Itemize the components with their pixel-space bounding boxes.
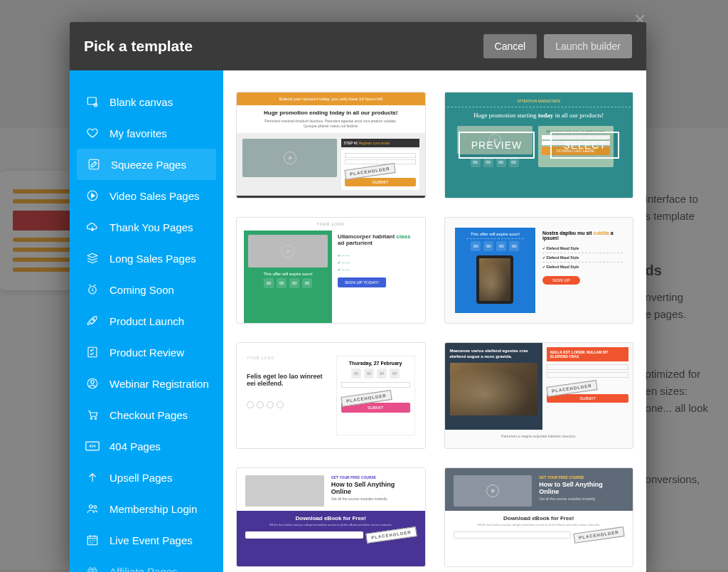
calendar-icon (85, 533, 100, 547)
template-card[interactable]: This offer will expire soon! 00000000 No… (444, 217, 634, 324)
header-buttons: Cancel Launch builder (483, 34, 632, 58)
canvas-icon (85, 95, 100, 109)
sidebar-item-label: 404 Pages (109, 440, 161, 452)
svg-point-14 (94, 506, 97, 509)
template-card[interactable]: Maecenas varius eleifend egestas cras el… (444, 342, 634, 449)
heart-icon (85, 126, 100, 140)
template-picker-modal: Pick a template Cancel Launch builder Bl… (70, 22, 646, 572)
svg-rect-2 (89, 159, 99, 169)
preview-button[interactable]: PREVIEW (459, 132, 535, 159)
svg-point-13 (90, 505, 93, 509)
template-card[interactable]: YOUR LOGO Felis eget leo lao winreet eei… (236, 342, 426, 449)
sidebar-item-long-sales[interactable]: Long Sales Pages (70, 243, 223, 274)
gift-icon (85, 564, 100, 572)
rocket-icon (85, 314, 100, 328)
sidebar-item-video-sales[interactable]: Video Sales Pages (70, 180, 223, 211)
svg-point-9 (90, 418, 92, 419)
sidebar-item-label: Coming Soon (109, 284, 174, 296)
sidebar-item-label: My favorites (109, 127, 167, 139)
sidebar-item-thank-you[interactable]: Thank You Pages (70, 211, 223, 243)
svg-point-5 (92, 319, 94, 320)
sidebar-item-live-event[interactable]: Live Event Pages (70, 524, 223, 556)
cloud-icon (85, 220, 100, 234)
template-card[interactable]: YOUR LOGO This offer will expire soon! 0… (236, 217, 426, 324)
template-card-hovered[interactable]: ATTENTION MARKETERS Huge promotion start… (444, 92, 634, 198)
sidebar-item-checkout[interactable]: Checkout Pages (70, 399, 223, 430)
sidebar-item-affiliate[interactable]: Affiliate Pages (70, 556, 223, 572)
arrow-up-icon (85, 470, 100, 484)
users-icon (85, 502, 100, 516)
sidebar-item-label: Upsell Pages (109, 472, 172, 484)
template-hover-overlay: PREVIEW SELECT (445, 92, 633, 198)
person-icon (85, 376, 100, 391)
template-card[interactable]: GET YOUR FREE COURSE How to Sell Anythin… (236, 467, 426, 567)
sidebar-item-squeeze-pages[interactable]: Squeeze Pages (77, 149, 216, 180)
modal-title: Pick a template (84, 38, 193, 55)
sidebar-item-label: Long Sales Pages (109, 253, 196, 265)
sidebar-item-product-launch[interactable]: Product Launch (70, 305, 223, 337)
checklist-icon (85, 345, 100, 359)
select-button[interactable]: SELECT (550, 132, 619, 159)
sidebar-item-label: Webinar Registration (109, 378, 209, 390)
edit-icon (87, 157, 101, 171)
play-icon (85, 189, 100, 203)
template-card[interactable]: Extend your account today, you only have… (236, 92, 426, 198)
modal-header: Pick a template Cancel Launch builder (70, 22, 646, 70)
sidebar-item-label: Thank You Pages (109, 221, 193, 233)
category-sidebar: Blank canvas My favorites Squeeze Pages … (70, 70, 223, 572)
sidebar-item-blank-canvas[interactable]: Blank canvas (70, 86, 223, 117)
sidebar-item-label: Blank canvas (109, 96, 173, 108)
sidebar-item-favorites[interactable]: My favorites (70, 117, 223, 149)
sidebar-item-404[interactable]: 404 404 Pages (70, 430, 223, 462)
sidebar-item-label: Product Review (109, 346, 184, 359)
templates-grid-container: Extend your account today, you only have… (223, 70, 646, 572)
cart-icon (85, 408, 100, 422)
stack-icon (85, 251, 100, 265)
sidebar-item-upsell[interactable]: Upsell Pages (70, 462, 223, 493)
svg-point-10 (95, 418, 96, 419)
sidebar-item-label: Membership Login (109, 503, 197, 515)
sidebar-item-label: Product Launch (109, 315, 184, 327)
clock-icon (85, 282, 100, 297)
sidebar-item-product-review[interactable]: Product Review (70, 337, 223, 368)
sidebar-item-label: Squeeze Pages (111, 159, 186, 171)
sidebar-item-webinar[interactable]: Webinar Registration (70, 368, 223, 399)
thumb-topbar: Extend your account today, you only have… (237, 92, 425, 105)
sidebar-item-label: Affiliate Pages (109, 566, 178, 573)
sidebar-item-label: Live Event Pages (109, 534, 193, 546)
launch-builder-button[interactable]: Launch builder (544, 34, 632, 58)
svg-point-8 (91, 381, 95, 384)
sidebar-item-coming-soon[interactable]: Coming Soon (70, 274, 223, 305)
cancel-button[interactable]: Cancel (483, 34, 537, 58)
sidebar-item-label: Video Sales Pages (109, 190, 199, 202)
404-icon: 404 (85, 439, 100, 453)
template-card[interactable]: GET YOUR FREE COURSE How to Sell Anythin… (444, 467, 634, 567)
svg-rect-6 (88, 347, 97, 357)
sidebar-item-label: Checkout Pages (109, 409, 188, 421)
sidebar-item-membership[interactable]: Membership Login (70, 493, 223, 524)
svg-text:404: 404 (89, 445, 96, 449)
